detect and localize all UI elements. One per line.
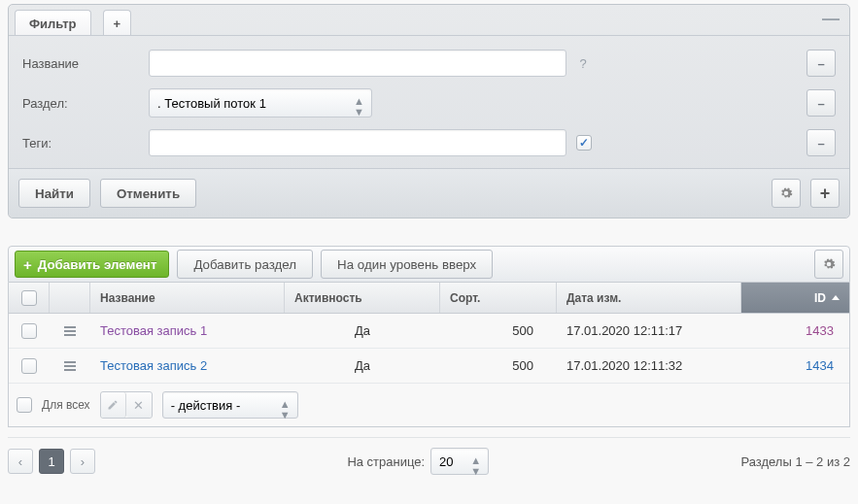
- help-icon[interactable]: ?: [576, 56, 590, 71]
- drag-handle[interactable]: [50, 359, 90, 373]
- filter-panel: Фильтр + — Название ? – Раздел: . Тестов…: [8, 4, 850, 218]
- per-page-select[interactable]: 20 ▲▼: [430, 448, 489, 475]
- row-id: 1434: [806, 358, 834, 373]
- burger-icon: [64, 359, 76, 373]
- find-button[interactable]: Найти: [18, 179, 90, 208]
- actions-select[interactable]: - действия - ▲▼: [162, 391, 298, 419]
- add-section-button[interactable]: Добавить раздел: [177, 250, 313, 279]
- filter-tab[interactable]: Фильтр: [15, 10, 91, 36]
- select-all-checkbox[interactable]: [21, 290, 37, 306]
- col-date[interactable]: Дата изм.: [557, 283, 741, 313]
- pencil-icon: [107, 399, 119, 411]
- row-checkbox[interactable]: [21, 358, 37, 374]
- table-row: Тестовая запись 1Да50017.01.2020 12:11:1…: [9, 314, 849, 349]
- pager: ‹ 1 › На странице: 20 ▲▼ Разделы 1 – 2 и…: [8, 437, 850, 475]
- tags-label: Теги:: [22, 136, 149, 151]
- col-name[interactable]: Название: [90, 283, 285, 313]
- tags-checkbox[interactable]: [576, 135, 592, 151]
- data-grid: Название Активность Сорт. Дата изм. ID Т…: [8, 283, 850, 427]
- page-current[interactable]: 1: [39, 449, 64, 474]
- row-name-link[interactable]: Тестовая запись 2: [100, 358, 207, 373]
- row-date: 17.01.2020 12:11:32: [557, 358, 741, 373]
- plus-icon: +: [23, 256, 32, 273]
- actions-select-value[interactable]: - действия -: [162, 391, 298, 419]
- gear-icon: [779, 186, 793, 200]
- row-sort: 500: [440, 358, 557, 373]
- remove-razdel-button[interactable]: –: [807, 89, 836, 117]
- add-element-button[interactable]: + Добавить элемент: [15, 251, 169, 278]
- row-date: 17.01.2020 12:11:17: [557, 323, 741, 338]
- razdel-select-value[interactable]: . Тестовый поток 1: [149, 88, 372, 118]
- col-activity[interactable]: Активность: [285, 283, 440, 313]
- grid-settings-button[interactable]: [814, 250, 843, 279]
- prev-page-button[interactable]: ‹: [8, 449, 33, 474]
- razdel-select[interactable]: . Тестовый поток 1 ▲▼: [149, 88, 372, 118]
- filter-tabs: Фильтр + —: [9, 5, 849, 36]
- razdel-label: Раздел:: [22, 96, 149, 111]
- row-id: 1433: [806, 323, 834, 338]
- row-name-link[interactable]: Тестовая запись 1: [100, 323, 207, 338]
- add-filter-button[interactable]: +: [810, 179, 840, 208]
- name-label: Название: [22, 56, 149, 71]
- table-row: Тестовая запись 2Да50017.01.2020 12:11:3…: [9, 349, 849, 384]
- collapse-filter-icon[interactable]: —: [822, 13, 840, 24]
- name-input[interactable]: [149, 50, 566, 77]
- for-all-label: Для всех: [42, 398, 90, 412]
- row-active: Да: [285, 323, 440, 338]
- grid-footer: Для всех ✕ - действия - ▲▼: [9, 384, 849, 426]
- burger-icon: [64, 324, 76, 338]
- remove-name-button[interactable]: –: [807, 50, 836, 77]
- grid-header: Название Активность Сорт. Дата изм. ID: [9, 283, 849, 314]
- per-page-label: На странице:: [347, 454, 425, 469]
- sort-asc-icon: [832, 295, 840, 300]
- col-sort[interactable]: Сорт.: [440, 283, 557, 313]
- gear-icon: [822, 257, 836, 271]
- next-page-button[interactable]: ›: [70, 449, 95, 474]
- add-element-label: Добавить элемент: [38, 257, 157, 272]
- edit-button[interactable]: [101, 392, 126, 418]
- remove-tags-button[interactable]: –: [807, 129, 836, 156]
- settings-button[interactable]: [772, 179, 801, 208]
- drag-handle[interactable]: [50, 324, 90, 338]
- row-sort: 500: [440, 323, 557, 338]
- delete-button[interactable]: ✕: [126, 392, 152, 418]
- row-active: Да: [285, 358, 440, 373]
- level-up-button[interactable]: На один уровень вверх: [321, 250, 493, 279]
- col-id[interactable]: ID: [741, 283, 849, 313]
- add-filter-tab[interactable]: +: [103, 10, 132, 36]
- tags-input[interactable]: [149, 129, 566, 156]
- per-page-value[interactable]: 20: [430, 448, 489, 475]
- for-all-checkbox[interactable]: [17, 397, 32, 413]
- cancel-button[interactable]: Отменить: [100, 179, 196, 208]
- pager-summary: Разделы 1 – 2 из 2: [740, 454, 850, 469]
- row-checkbox[interactable]: [21, 323, 37, 339]
- grid-toolbar: + Добавить элемент Добавить раздел На од…: [8, 246, 850, 283]
